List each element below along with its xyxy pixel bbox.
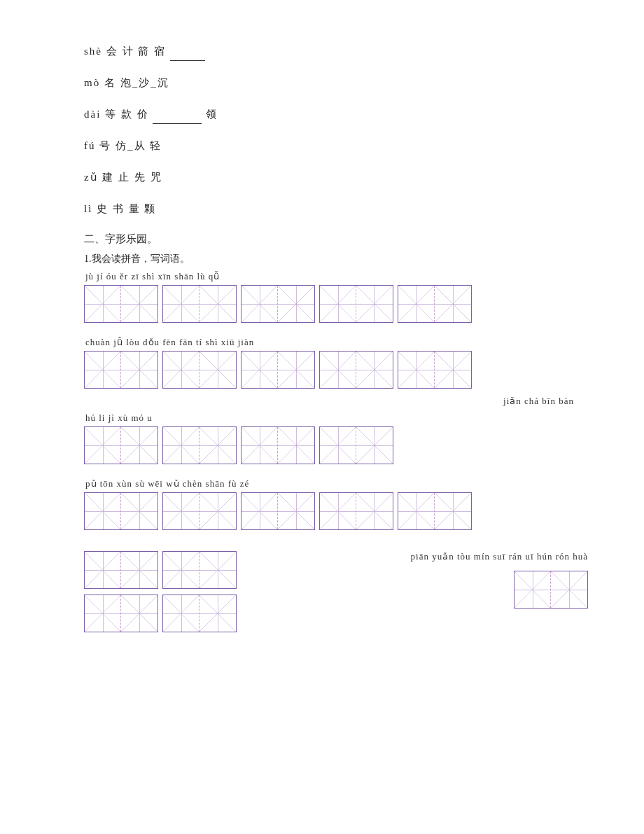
char-box[interactable] <box>241 352 278 388</box>
pinyin-row-1: jù jí óu ěr zī shì xīn shān lù qǚ <box>85 271 588 282</box>
char-box[interactable] <box>85 552 121 588</box>
word-group <box>514 571 588 609</box>
row5-right: piān yuǎn tòu mín suī rán uī hún rón huà <box>410 551 588 609</box>
char-box[interactable] <box>85 352 121 388</box>
char-box[interactable] <box>200 427 236 464</box>
char-groups-row-1 <box>84 285 588 323</box>
pinyin1: shè <box>84 46 106 57</box>
pinyin3: dài <box>84 109 105 120</box>
row5-container: piān yuǎn tòu mín suī rán uī hún rón huà <box>84 551 588 632</box>
char-box[interactable] <box>241 427 278 464</box>
chars1: 会 计 箭 宿 <box>106 46 166 57</box>
char-box[interactable] <box>398 493 435 529</box>
word-group <box>162 351 237 389</box>
word-group <box>241 351 315 389</box>
char-box[interactable] <box>278 427 314 464</box>
word-group <box>162 285 237 323</box>
char-box[interactable] <box>121 352 158 388</box>
word-group <box>398 351 472 389</box>
char-box[interactable] <box>85 427 121 464</box>
right-pinyin-label: piān yuǎn tòu mín suī rán uī hún rón huà <box>411 551 588 562</box>
word-group <box>162 492 237 530</box>
line1: shè 会 计 箭 宿 <box>84 42 588 61</box>
char-box[interactable] <box>200 595 236 632</box>
word-group <box>162 426 237 464</box>
task1-title: 1.我会读拼音，写词语。 <box>84 253 588 265</box>
word-group <box>319 285 393 323</box>
section2-title: 二、字形乐园。 <box>84 232 588 246</box>
char-box[interactable] <box>435 493 471 529</box>
char-box[interactable] <box>163 595 200 632</box>
word-group <box>84 351 158 389</box>
char-box[interactable] <box>121 493 158 529</box>
word-group <box>84 595 158 632</box>
pinyin-row-2: chuàn jǚ lòu dǒu fēn fān tí shì xiū jiàn <box>85 337 588 348</box>
char-groups-row-3 <box>84 426 588 464</box>
right-label-row2: jiǎn chá bīn bàn <box>503 396 574 407</box>
word-group <box>319 351 393 389</box>
line4: fú 号 仿_从 轻 <box>84 137 588 155</box>
char-box[interactable] <box>435 286 471 322</box>
row5-left <box>84 551 237 632</box>
chars3: 等 款 价 <box>105 109 149 120</box>
pinyin4: fú <box>84 140 99 151</box>
line3: dài 等 款 价 领 <box>84 105 588 124</box>
char-box[interactable] <box>163 427 200 464</box>
char-box[interactable] <box>85 493 121 529</box>
blank1 <box>170 50 205 61</box>
pinyin6: lì <box>84 203 97 214</box>
char-box[interactable] <box>278 493 314 529</box>
char-box[interactable] <box>163 493 200 529</box>
char-box[interactable] <box>200 352 236 388</box>
char-box[interactable] <box>278 286 314 322</box>
char-box[interactable] <box>163 352 200 388</box>
pinyin-row-4: pǔ tōn xùn sù wēi wǔ chèn shān fù zé <box>85 478 588 489</box>
char-box[interactable] <box>241 493 278 529</box>
char-box[interactable] <box>356 352 393 388</box>
line2: mò 名 泡_沙_沉 <box>84 74 588 92</box>
word-group <box>398 285 472 323</box>
pinyin5: zǔ <box>84 172 102 183</box>
char-box[interactable] <box>356 286 393 322</box>
char-box[interactable] <box>356 493 393 529</box>
char-box[interactable] <box>163 552 200 588</box>
chars2: 名 泡_沙_沉 <box>104 77 169 88</box>
chars3b: 领 <box>206 109 218 120</box>
line6: lì 史 书 量 颗 <box>84 200 588 218</box>
char-box[interactable] <box>320 286 356 322</box>
char-box[interactable] <box>356 427 393 464</box>
row5-bottom-groups <box>84 595 237 632</box>
char-box[interactable] <box>85 595 121 632</box>
chars4: 号 仿_从 轻 <box>99 140 162 151</box>
char-box[interactable] <box>200 552 236 588</box>
char-box[interactable] <box>398 352 435 388</box>
pinyin2: mò <box>84 77 104 88</box>
char-box[interactable] <box>551 571 587 608</box>
char-box[interactable] <box>200 286 236 322</box>
char-box[interactable] <box>85 286 121 322</box>
char-box[interactable] <box>320 427 356 464</box>
char-box[interactable] <box>121 595 158 632</box>
word-group <box>241 285 315 323</box>
char-box[interactable] <box>241 286 278 322</box>
char-box[interactable] <box>121 286 158 322</box>
char-box[interactable] <box>320 493 356 529</box>
char-box[interactable] <box>398 286 435 322</box>
word-group <box>241 492 315 530</box>
row5-top-groups <box>84 551 237 589</box>
word-group <box>84 426 158 464</box>
char-box[interactable] <box>435 352 471 388</box>
char-box[interactable] <box>121 552 158 588</box>
line5: zǔ 建 止 先 咒 <box>84 168 588 187</box>
char-box[interactable] <box>163 286 200 322</box>
char-box[interactable] <box>200 493 236 529</box>
char-box[interactable] <box>514 571 551 608</box>
char-groups-row-2 <box>84 351 588 389</box>
chars5: 建 止 先 咒 <box>102 172 162 183</box>
word-group <box>162 595 237 632</box>
char-box[interactable] <box>278 352 314 388</box>
chars6: 史 书 量 颗 <box>97 203 156 214</box>
char-box[interactable] <box>121 427 158 464</box>
char-box[interactable] <box>320 352 356 388</box>
word-group <box>162 551 237 589</box>
